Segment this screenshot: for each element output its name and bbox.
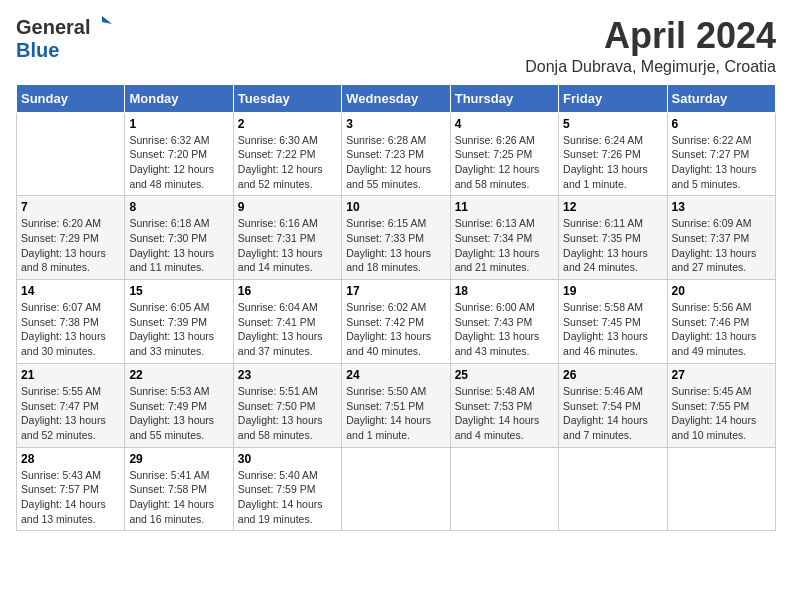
calendar-cell: 24Sunrise: 5:50 AM Sunset: 7:51 PM Dayli… xyxy=(342,363,450,447)
day-number: 27 xyxy=(672,368,771,382)
day-info: Sunrise: 5:58 AM Sunset: 7:45 PM Dayligh… xyxy=(563,300,662,359)
calendar-cell: 25Sunrise: 5:48 AM Sunset: 7:53 PM Dayli… xyxy=(450,363,558,447)
calendar-cell: 4Sunrise: 6:26 AM Sunset: 7:25 PM Daylig… xyxy=(450,112,558,196)
calendar-cell: 3Sunrise: 6:28 AM Sunset: 7:23 PM Daylig… xyxy=(342,112,450,196)
week-row-5: 28Sunrise: 5:43 AM Sunset: 7:57 PM Dayli… xyxy=(17,447,776,531)
col-header-wednesday: Wednesday xyxy=(342,84,450,112)
days-header-row: SundayMondayTuesdayWednesdayThursdayFrid… xyxy=(17,84,776,112)
day-number: 4 xyxy=(455,117,554,131)
day-info: Sunrise: 5:45 AM Sunset: 7:55 PM Dayligh… xyxy=(672,384,771,443)
calendar-cell: 19Sunrise: 5:58 AM Sunset: 7:45 PM Dayli… xyxy=(559,280,667,364)
day-number: 10 xyxy=(346,200,445,214)
day-number: 23 xyxy=(238,368,337,382)
day-info: Sunrise: 6:15 AM Sunset: 7:33 PM Dayligh… xyxy=(346,216,445,275)
day-info: Sunrise: 6:07 AM Sunset: 7:38 PM Dayligh… xyxy=(21,300,120,359)
day-info: Sunrise: 5:51 AM Sunset: 7:50 PM Dayligh… xyxy=(238,384,337,443)
calendar-cell: 1Sunrise: 6:32 AM Sunset: 7:20 PM Daylig… xyxy=(125,112,233,196)
col-header-saturday: Saturday xyxy=(667,84,775,112)
day-info: Sunrise: 6:26 AM Sunset: 7:25 PM Dayligh… xyxy=(455,133,554,192)
day-info: Sunrise: 6:30 AM Sunset: 7:22 PM Dayligh… xyxy=(238,133,337,192)
calendar-cell: 10Sunrise: 6:15 AM Sunset: 7:33 PM Dayli… xyxy=(342,196,450,280)
logo-blue-text: Blue xyxy=(16,39,59,62)
day-number: 1 xyxy=(129,117,228,131)
day-number: 21 xyxy=(21,368,120,382)
day-number: 2 xyxy=(238,117,337,131)
day-info: Sunrise: 5:46 AM Sunset: 7:54 PM Dayligh… xyxy=(563,384,662,443)
calendar-cell: 23Sunrise: 5:51 AM Sunset: 7:50 PM Dayli… xyxy=(233,363,341,447)
calendar-cell: 18Sunrise: 6:00 AM Sunset: 7:43 PM Dayli… xyxy=(450,280,558,364)
day-info: Sunrise: 6:28 AM Sunset: 7:23 PM Dayligh… xyxy=(346,133,445,192)
day-number: 13 xyxy=(672,200,771,214)
calendar-cell: 5Sunrise: 6:24 AM Sunset: 7:26 PM Daylig… xyxy=(559,112,667,196)
logo-general-text: General xyxy=(16,16,90,39)
calendar-cell: 22Sunrise: 5:53 AM Sunset: 7:49 PM Dayli… xyxy=(125,363,233,447)
svg-marker-0 xyxy=(102,16,112,24)
day-info: Sunrise: 5:53 AM Sunset: 7:49 PM Dayligh… xyxy=(129,384,228,443)
day-info: Sunrise: 6:18 AM Sunset: 7:30 PM Dayligh… xyxy=(129,216,228,275)
day-number: 30 xyxy=(238,452,337,466)
week-row-1: 1Sunrise: 6:32 AM Sunset: 7:20 PM Daylig… xyxy=(17,112,776,196)
calendar-cell xyxy=(342,447,450,531)
day-info: Sunrise: 6:09 AM Sunset: 7:37 PM Dayligh… xyxy=(672,216,771,275)
title-area: April 2024 Donja Dubrava, Megimurje, Cro… xyxy=(525,16,776,76)
calendar-cell: 29Sunrise: 5:41 AM Sunset: 7:58 PM Dayli… xyxy=(125,447,233,531)
day-number: 16 xyxy=(238,284,337,298)
day-number: 18 xyxy=(455,284,554,298)
logo-bird-icon xyxy=(92,14,112,34)
day-number: 5 xyxy=(563,117,662,131)
day-info: Sunrise: 5:43 AM Sunset: 7:57 PM Dayligh… xyxy=(21,468,120,527)
day-number: 15 xyxy=(129,284,228,298)
day-number: 7 xyxy=(21,200,120,214)
col-header-tuesday: Tuesday xyxy=(233,84,341,112)
day-number: 12 xyxy=(563,200,662,214)
calendar-cell: 26Sunrise: 5:46 AM Sunset: 7:54 PM Dayli… xyxy=(559,363,667,447)
day-number: 6 xyxy=(672,117,771,131)
day-info: Sunrise: 6:32 AM Sunset: 7:20 PM Dayligh… xyxy=(129,133,228,192)
day-info: Sunrise: 5:48 AM Sunset: 7:53 PM Dayligh… xyxy=(455,384,554,443)
col-header-thursday: Thursday xyxy=(450,84,558,112)
day-info: Sunrise: 6:04 AM Sunset: 7:41 PM Dayligh… xyxy=(238,300,337,359)
calendar-cell: 11Sunrise: 6:13 AM Sunset: 7:34 PM Dayli… xyxy=(450,196,558,280)
calendar-cell: 28Sunrise: 5:43 AM Sunset: 7:57 PM Dayli… xyxy=(17,447,125,531)
calendar-cell: 8Sunrise: 6:18 AM Sunset: 7:30 PM Daylig… xyxy=(125,196,233,280)
col-header-monday: Monday xyxy=(125,84,233,112)
col-header-sunday: Sunday xyxy=(17,84,125,112)
day-number: 14 xyxy=(21,284,120,298)
calendar-cell: 2Sunrise: 6:30 AM Sunset: 7:22 PM Daylig… xyxy=(233,112,341,196)
calendar-cell: 9Sunrise: 6:16 AM Sunset: 7:31 PM Daylig… xyxy=(233,196,341,280)
day-number: 25 xyxy=(455,368,554,382)
page-header: General Blue April 2024 Donja Dubrava, M… xyxy=(16,16,776,76)
day-number: 3 xyxy=(346,117,445,131)
day-info: Sunrise: 6:20 AM Sunset: 7:29 PM Dayligh… xyxy=(21,216,120,275)
day-number: 8 xyxy=(129,200,228,214)
day-info: Sunrise: 6:02 AM Sunset: 7:42 PM Dayligh… xyxy=(346,300,445,359)
calendar-cell: 13Sunrise: 6:09 AM Sunset: 7:37 PM Dayli… xyxy=(667,196,775,280)
week-row-3: 14Sunrise: 6:07 AM Sunset: 7:38 PM Dayli… xyxy=(17,280,776,364)
calendar-cell xyxy=(17,112,125,196)
day-info: Sunrise: 5:55 AM Sunset: 7:47 PM Dayligh… xyxy=(21,384,120,443)
calendar-cell: 15Sunrise: 6:05 AM Sunset: 7:39 PM Dayli… xyxy=(125,280,233,364)
day-info: Sunrise: 5:41 AM Sunset: 7:58 PM Dayligh… xyxy=(129,468,228,527)
calendar-cell: 14Sunrise: 6:07 AM Sunset: 7:38 PM Dayli… xyxy=(17,280,125,364)
calendar-cell: 6Sunrise: 6:22 AM Sunset: 7:27 PM Daylig… xyxy=(667,112,775,196)
day-number: 9 xyxy=(238,200,337,214)
day-info: Sunrise: 6:11 AM Sunset: 7:35 PM Dayligh… xyxy=(563,216,662,275)
day-info: Sunrise: 6:00 AM Sunset: 7:43 PM Dayligh… xyxy=(455,300,554,359)
calendar-cell: 7Sunrise: 6:20 AM Sunset: 7:29 PM Daylig… xyxy=(17,196,125,280)
day-info: Sunrise: 6:13 AM Sunset: 7:34 PM Dayligh… xyxy=(455,216,554,275)
calendar-table: SundayMondayTuesdayWednesdayThursdayFrid… xyxy=(16,84,776,532)
calendar-cell xyxy=(559,447,667,531)
day-number: 11 xyxy=(455,200,554,214)
day-info: Sunrise: 6:22 AM Sunset: 7:27 PM Dayligh… xyxy=(672,133,771,192)
day-number: 24 xyxy=(346,368,445,382)
calendar-cell: 16Sunrise: 6:04 AM Sunset: 7:41 PM Dayli… xyxy=(233,280,341,364)
day-number: 20 xyxy=(672,284,771,298)
calendar-cell: 12Sunrise: 6:11 AM Sunset: 7:35 PM Dayli… xyxy=(559,196,667,280)
logo: General Blue xyxy=(16,16,112,62)
day-number: 26 xyxy=(563,368,662,382)
day-info: Sunrise: 6:24 AM Sunset: 7:26 PM Dayligh… xyxy=(563,133,662,192)
calendar-cell: 17Sunrise: 6:02 AM Sunset: 7:42 PM Dayli… xyxy=(342,280,450,364)
week-row-4: 21Sunrise: 5:55 AM Sunset: 7:47 PM Dayli… xyxy=(17,363,776,447)
calendar-cell xyxy=(667,447,775,531)
col-header-friday: Friday xyxy=(559,84,667,112)
